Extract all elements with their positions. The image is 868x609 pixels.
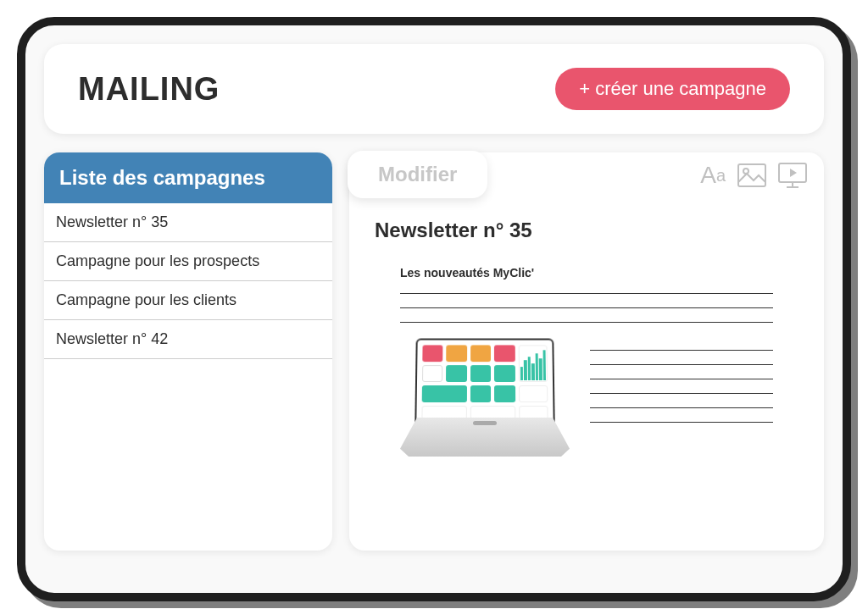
text-line <box>590 379 773 379</box>
laptop-illustration <box>400 338 570 457</box>
svg-point-1 <box>743 169 748 174</box>
list-item[interactable]: Newsletter n° 42 <box>44 320 332 359</box>
campaign-list: Newsletter n° 35 Campagne pour les prosp… <box>44 203 332 359</box>
list-item[interactable]: Newsletter n° 35 <box>44 203 332 242</box>
media-row <box>375 338 798 457</box>
editor-document-title: Newsletter n° 35 <box>375 219 798 242</box>
sidebar: Liste des campagnes Newsletter n° 35 Cam… <box>44 152 332 551</box>
list-item[interactable]: Campagne pour les prospects <box>44 242 332 281</box>
device-frame: MAILING + créer une campagne Liste des c… <box>17 17 851 601</box>
text-lines-top <box>375 293 798 323</box>
text-line <box>590 422 773 423</box>
create-campaign-button[interactable]: + créer une campagne <box>555 68 790 110</box>
editor-body: Newsletter n° 35 Les nouveautés MyClic' <box>349 198 824 465</box>
image-tool-icon[interactable] <box>737 163 766 187</box>
list-item[interactable]: Campagne pour les clients <box>44 281 332 320</box>
tab-modifier[interactable]: Modifier <box>348 151 487 198</box>
text-tool-icon[interactable]: Aa <box>700 162 726 189</box>
section-heading: Les nouveautés MyClic' <box>375 266 798 280</box>
text-line <box>590 407 773 408</box>
text-line <box>400 307 773 308</box>
tool-icons: Aa <box>700 162 807 189</box>
sidebar-header: Liste des campagnes <box>44 152 332 203</box>
body-row: Liste des campagnes Newsletter n° 35 Cam… <box>44 152 824 551</box>
text-line <box>590 393 773 394</box>
text-line <box>590 350 773 351</box>
editor-header: Modifier Aa <box>349 152 824 198</box>
text-lines-side <box>590 338 773 457</box>
editor-card: Modifier Aa <box>349 152 824 551</box>
text-line <box>590 364 773 365</box>
video-tool-icon[interactable] <box>778 163 807 188</box>
page-title: MAILING <box>78 71 220 108</box>
svg-rect-0 <box>738 164 765 186</box>
text-line <box>400 322 773 323</box>
header-card: MAILING + créer une campagne <box>44 44 824 134</box>
text-line <box>400 293 773 294</box>
